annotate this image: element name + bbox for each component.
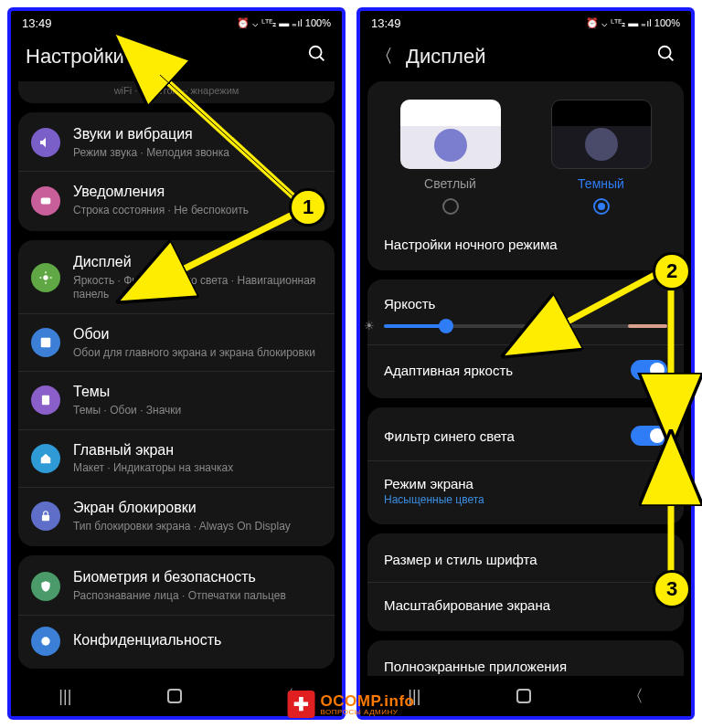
- label: Полноэкранные приложения: [384, 659, 567, 674]
- dark-preview: [551, 100, 652, 169]
- page-title: Дисплей: [406, 45, 644, 69]
- toggle-adaptive[interactable]: [631, 360, 667, 380]
- row-title: Уведомления: [73, 183, 322, 202]
- settings-group-2: Дисплей Яркость · Фильтр синего света · …: [18, 240, 335, 547]
- watermark: ✚ OCOMP.info ВОПРОСЫ АДМИНУ: [288, 691, 415, 718]
- theme-section: Светлый Темный Настройки ночного режима: [367, 81, 684, 270]
- svg-rect-10: [42, 515, 49, 521]
- row-sub: Тип блокировки экрана · Always On Displa…: [73, 520, 322, 534]
- sun-icon: ☀: [364, 319, 375, 332]
- svg-line-13: [669, 57, 674, 61]
- brightness-section: Яркость ☀ Адаптивная яркость: [367, 280, 684, 398]
- label: Настройки ночного режима: [384, 237, 558, 252]
- row-title: Обои: [73, 325, 322, 344]
- label: Фильтр синего света: [384, 428, 515, 444]
- theme-dark[interactable]: Темный: [542, 100, 661, 215]
- row-home[interactable]: Главный экран Макет · Индикаторы на знач…: [18, 430, 335, 488]
- watermark-sub: ВОПРОСЫ АДМИНУ: [321, 709, 415, 716]
- notification-icon: [31, 186, 60, 216]
- svg-rect-2: [41, 197, 51, 204]
- privacy-icon: [31, 627, 60, 656]
- settings-group-3: Биометрия и безопасность Распознавание л…: [18, 555, 335, 668]
- back-icon[interactable]: 〈: [375, 44, 393, 69]
- svg-point-11: [41, 637, 49, 645]
- row-night-mode[interactable]: Настройки ночного режима: [367, 222, 684, 267]
- size-section: Размер и стиль шрифта Масштабирование эк…: [367, 533, 684, 631]
- status-bar: 13:49 ⏰ ⌵ ᴸᵀᴱ₂ ▬ ₌ıl 100%: [11, 11, 342, 35]
- annotation-badge-3: 3: [653, 570, 691, 608]
- shield-icon: [31, 572, 60, 601]
- svg-rect-9: [42, 396, 49, 406]
- radio-light[interactable]: [442, 198, 459, 215]
- row-wallpaper[interactable]: Обои Обои для главного экрана и экрана б…: [18, 314, 335, 372]
- watermark-icon: ✚: [288, 691, 315, 718]
- row-lockscreen[interactable]: Экран блокировки Тип блокировки экрана ·…: [18, 488, 335, 544]
- sublabel: Насыщенные цвета: [384, 493, 667, 506]
- search-icon[interactable]: [656, 44, 676, 69]
- svg-point-3: [43, 275, 48, 280]
- label: Размер и стиль шрифта: [384, 552, 537, 567]
- svg-rect-8: [41, 338, 51, 348]
- label: Яркость: [384, 296, 667, 311]
- annotation-badge-2: 2: [653, 252, 691, 290]
- svg-line-1: [320, 57, 324, 61]
- nav-home[interactable]: [167, 689, 182, 703]
- row-sub: Обои для главного экрана и экрана блокир…: [73, 346, 322, 361]
- home-icon: [31, 444, 60, 473]
- row-sub: Строка состояния · Не беспокоить: [73, 204, 322, 218]
- nav-recent[interactable]: |||: [58, 687, 71, 706]
- row-display[interactable]: Дисплей Яркость · Фильтр синего света · …: [18, 242, 335, 314]
- clock: 13:49: [22, 16, 52, 30]
- brightness-slider[interactable]: ☀: [384, 324, 667, 328]
- theme-light[interactable]: Светлый: [391, 100, 510, 215]
- row-themes[interactable]: Темы Темы · Обои · Значки: [18, 372, 335, 429]
- row-title: Экран блокировки: [73, 499, 322, 518]
- row-title: Главный экран: [73, 441, 322, 460]
- label: Режим экрана: [384, 476, 667, 491]
- label: Адаптивная яркость: [384, 363, 513, 378]
- row-sub: Макет · Индикаторы на значках: [73, 461, 322, 476]
- clock: 13:49: [371, 16, 401, 30]
- theme-label: Светлый: [391, 176, 510, 191]
- toggle-blue-filter[interactable]: [631, 426, 667, 446]
- row-brightness: Яркость ☀: [367, 283, 684, 345]
- row-biometrics[interactable]: Биометрия и безопасность Распознавание л…: [18, 557, 335, 615]
- row-notifications[interactable]: Уведомления Строка состояния · Не беспок…: [18, 172, 335, 228]
- row-title: Биометрия и безопасность: [73, 568, 322, 587]
- row-title: Звуки и вибрация: [73, 125, 322, 144]
- row-adaptive[interactable]: Адаптивная яркость: [367, 345, 684, 395]
- annotation-badge-1: 1: [289, 188, 327, 227]
- filter-section: Фильтр синего света Режим экрана Насыщен…: [367, 407, 684, 524]
- status-bar: 13:49 ⏰ ⌵ ᴸᵀᴱ₂ ▬ ₌ıl 100%: [360, 11, 691, 35]
- nav-back[interactable]: 〈: [627, 685, 644, 707]
- row-sub: Режим звука · Мелодия звонка: [73, 146, 322, 161]
- display-icon: [31, 263, 60, 292]
- wallpaper-icon: [31, 328, 60, 357]
- row-sub: Темы · Обои · Значки: [73, 404, 322, 418]
- truncated-row: wiFi · блиеток ··· жнарежим: [18, 81, 335, 103]
- row-sub: Яркость · Фильтр синего света · Навигаци…: [73, 274, 322, 302]
- status-icons: ⏰ ⌵ ᴸᵀᴱ₂ ▬ ₌ıl 100%: [237, 17, 331, 29]
- row-screen-mode[interactable]: Режим экрана Насыщенные цвета: [367, 461, 684, 521]
- svg-point-0: [310, 47, 322, 58]
- page-title: Настройки: [26, 45, 294, 69]
- row-title: Конфиденциальность: [73, 631, 322, 650]
- lock-icon: [31, 501, 60, 531]
- row-font[interactable]: Размер и стиль шрифта: [367, 537, 684, 583]
- sound-icon: [31, 128, 60, 157]
- theme-label: Темный: [542, 176, 661, 191]
- radio-dark[interactable]: [593, 198, 610, 215]
- light-preview: [400, 100, 501, 169]
- header: 〈 Дисплей: [360, 35, 691, 81]
- phone-settings: 13:49 ⏰ ⌵ ᴸᵀᴱ₂ ▬ ₌ıl 100% Настройки wiFi…: [7, 7, 346, 720]
- label: Масштабирование экрана: [384, 597, 550, 613]
- row-sounds[interactable]: Звуки и вибрация Режим звука · Мелодия з…: [18, 114, 335, 172]
- row-scaling[interactable]: Масштабирование экрана: [367, 583, 684, 628]
- phone-display: 13:49 ⏰ ⌵ ᴸᵀᴱ₂ ▬ ₌ıl 100% 〈 Дисплей Свет…: [356, 7, 695, 720]
- search-icon[interactable]: [307, 44, 327, 69]
- row-privacy[interactable]: Конфиденциальность: [18, 616, 335, 667]
- row-blue-filter[interactable]: Фильтр синего света: [367, 411, 684, 461]
- nav-home[interactable]: [516, 689, 531, 703]
- svg-point-12: [659, 47, 671, 58]
- header: Настройки: [11, 35, 342, 81]
